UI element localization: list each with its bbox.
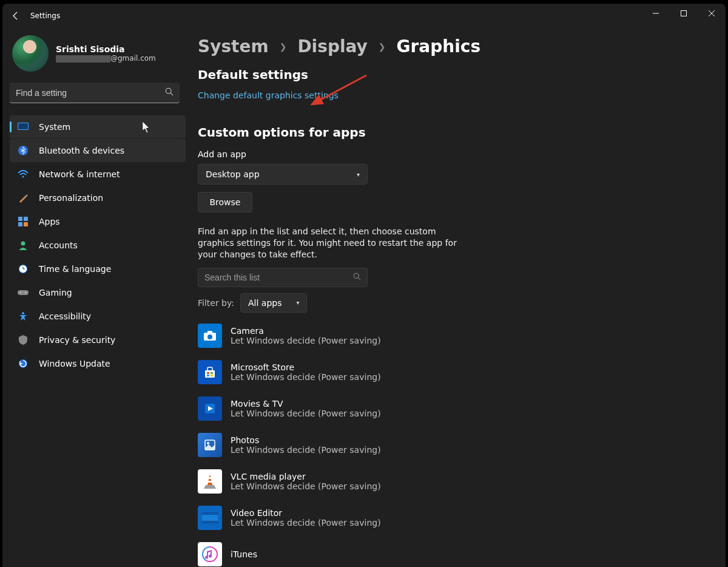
settings-window: Settings Srishti Sisodia @gmail.com Syst…	[2, 4, 726, 567]
svg-rect-51	[213, 521, 214, 523]
vlc-app-icon	[198, 469, 222, 494]
filter-by-label: Filter by:	[198, 298, 234, 308]
nav-time[interactable]: Time & language	[10, 257, 186, 280]
app-name: Photos	[231, 435, 381, 445]
svg-point-23	[354, 273, 359, 278]
svg-point-19	[20, 292, 21, 293]
nav-label: Accessibility	[39, 311, 91, 321]
nav-accessibility[interactable]: Accessibility	[10, 305, 186, 328]
svg-point-54	[201, 546, 218, 563]
nav-personalization[interactable]: Personalization	[10, 186, 186, 209]
find-setting-search[interactable]	[10, 83, 180, 103]
app-list-search[interactable]	[198, 268, 368, 287]
change-default-graphics-link[interactable]: Change default graphics settings	[198, 90, 339, 100]
app-name: iTunes	[231, 549, 257, 559]
app-row-itunes[interactable]: iTunes	[198, 542, 713, 566]
bluetooth-icon	[17, 146, 29, 155]
display-icon	[17, 123, 29, 131]
svg-rect-43	[208, 513, 209, 514]
shield-icon	[17, 335, 29, 345]
app-list-search-input[interactable]	[204, 273, 353, 282]
svg-rect-32	[211, 375, 213, 376]
app-name: VLC media player	[231, 472, 381, 481]
app-sub: Let Windows decide (Power saving)	[231, 481, 381, 491]
nav-label: Time & language	[39, 264, 111, 274]
svg-line-24	[359, 278, 361, 280]
app-row-store[interactable]: Microsoft StoreLet Windows decide (Power…	[198, 360, 713, 384]
svg-rect-48	[206, 521, 207, 523]
user-email: @gmail.com	[56, 54, 156, 63]
itunes-app-icon	[198, 542, 222, 566]
maximize-button[interactable]	[670, 4, 698, 23]
svg-point-13	[21, 242, 25, 246]
svg-rect-12	[24, 222, 28, 226]
svg-point-3	[166, 88, 171, 93]
nav-gaming[interactable]: Gaming	[10, 281, 186, 304]
nav-privacy[interactable]: Privacy & security	[10, 328, 186, 351]
close-button[interactable]	[698, 4, 726, 23]
user-name: Srishti Sisodia	[56, 44, 156, 54]
nav-label: System	[39, 122, 70, 132]
app-row-video-editor[interactable]: Video EditorLet Windows decide (Power sa…	[198, 506, 713, 530]
video-editor-app-icon	[198, 506, 222, 530]
app-sub: Let Windows decide (Power saving)	[231, 336, 381, 345]
search-icon	[353, 271, 361, 283]
svg-point-27	[207, 334, 212, 339]
camera-app-icon	[198, 324, 222, 348]
crumb-display[interactable]: Display	[297, 36, 367, 56]
svg-rect-50	[211, 521, 212, 523]
default-settings-heading: Default settings	[198, 67, 713, 82]
app-row-movies[interactable]: Movies & TVLet Windows decide (Power sav…	[198, 396, 713, 421]
gamepad-icon	[17, 288, 29, 297]
sidebar: Srishti Sisodia @gmail.com System Blueto…	[10, 35, 186, 375]
chevron-down-icon: ▾	[357, 171, 360, 178]
breadcrumb: System ❯ Display ❯ Graphics	[198, 36, 713, 56]
chevron-right-icon: ❯	[280, 42, 287, 52]
svg-rect-37	[208, 481, 212, 483]
nav-label: Bluetooth & devices	[39, 146, 124, 155]
browse-button[interactable]: Browse	[198, 192, 252, 212]
svg-rect-52	[215, 521, 217, 523]
user-block[interactable]: Srishti Sisodia @gmail.com	[12, 35, 186, 72]
svg-rect-45	[213, 513, 214, 514]
svg-rect-29	[207, 372, 209, 374]
avatar	[12, 35, 49, 72]
app-name: Video Editor	[231, 508, 381, 518]
main-content: System ❯ Display ❯ Graphics Default sett…	[198, 36, 713, 567]
svg-point-8	[22, 176, 24, 178]
nav-apps[interactable]: Apps	[10, 210, 186, 233]
window-title: Settings	[30, 12, 60, 20]
svg-point-20	[25, 292, 26, 293]
nav-label: Apps	[39, 217, 60, 226]
svg-rect-28	[205, 370, 215, 378]
nav-network[interactable]: Network & internet	[10, 163, 186, 186]
minimize-button[interactable]	[642, 4, 670, 23]
svg-rect-11	[18, 222, 22, 226]
app-sub: Let Windows decide (Power saving)	[231, 372, 381, 382]
photos-app-icon	[198, 433, 222, 457]
custom-options-heading: Custom options for apps	[198, 125, 713, 140]
nav-update[interactable]: Windows Update	[10, 352, 186, 375]
person-icon	[17, 240, 29, 250]
app-row-vlc[interactable]: VLC media playerLet Windows decide (Powe…	[198, 469, 713, 494]
nav-accounts[interactable]: Accounts	[10, 234, 186, 257]
app-sub: Let Windows decide (Power saving)	[231, 445, 381, 455]
app-list: CameraLet Windows decide (Power saving) …	[198, 324, 713, 566]
app-row-photos[interactable]: PhotosLet Windows decide (Power saving)	[198, 433, 713, 457]
nav-bluetooth[interactable]: Bluetooth & devices	[10, 139, 186, 162]
svg-rect-30	[211, 372, 213, 374]
app-type-select[interactable]: Desktop app ▾	[198, 164, 368, 185]
nav-system[interactable]: System	[10, 115, 186, 138]
app-name: Movies & TV	[231, 399, 381, 409]
titlebar: Settings	[2, 4, 726, 28]
filter-select[interactable]: All apps ▾	[240, 293, 307, 313]
app-sub: Let Windows decide (Power saving)	[231, 518, 381, 528]
search-input[interactable]	[16, 88, 165, 98]
add-an-app-label: Add an app	[198, 149, 713, 159]
svg-rect-31	[207, 375, 209, 376]
back-button[interactable]	[2, 11, 29, 21]
select-value: Desktop app	[206, 169, 260, 179]
app-row-camera[interactable]: CameraLet Windows decide (Power saving)	[198, 324, 713, 348]
nav-label: Gaming	[39, 288, 72, 297]
crumb-system[interactable]: System	[198, 36, 269, 56]
